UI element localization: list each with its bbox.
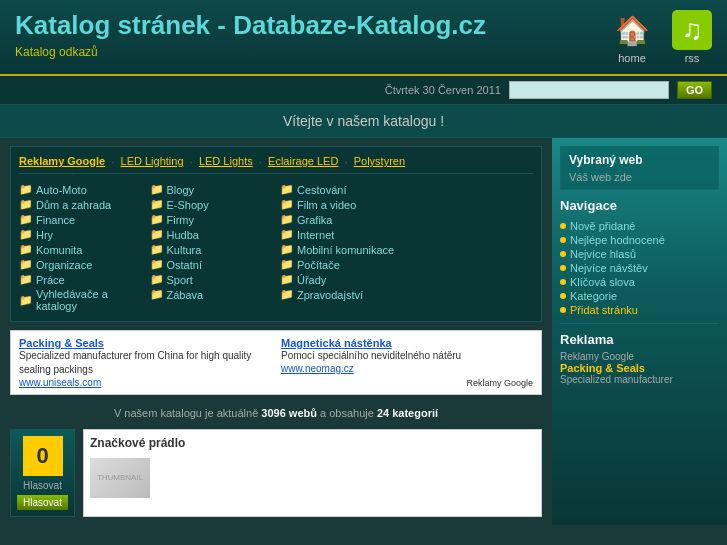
list-item[interactable]: 📁Ostatní	[150, 257, 273, 272]
list-item[interactable]: 📁Firmy	[150, 212, 273, 227]
reklama-section: Reklama Reklamy Google Packing & Seals S…	[560, 332, 719, 385]
nav-item-pridat[interactable]: Přidat stránku	[560, 303, 719, 317]
nav-item-klic[interactable]: Klíčová slova	[560, 275, 719, 289]
folder-icon: 📁	[150, 183, 164, 196]
ad-left-title[interactable]: Packing & Seals	[19, 337, 271, 349]
folder-icon: 📁	[280, 228, 294, 241]
reklama-google: Reklamy Google	[560, 351, 719, 362]
welcome-bar: Vítejte v našem katalogu !	[0, 105, 727, 138]
folder-icon: 📁	[280, 183, 294, 196]
header: Katalog stránek - Databaze-Katalog.cz Ka…	[0, 0, 727, 76]
reklama-ad-title[interactable]: Packing & Seals	[560, 362, 719, 374]
site-subtitle: Katalog odkazů	[15, 45, 486, 59]
list-item[interactable]: 📁Dům a zahrada	[19, 197, 142, 212]
stats-bar: V našem katalogu je aktuálně 3096 webů a…	[10, 403, 542, 423]
cat-col-3: 📁Cestování 📁Film a video 📁Grafika 📁Inter…	[280, 182, 403, 313]
welcome-text: Vítejte v našem katalogu !	[283, 113, 444, 129]
ad-left-link[interactable]: www.uniseals.com	[19, 377, 271, 388]
nav-item-nove[interactable]: Nově přidané	[560, 219, 719, 233]
vote-box: 0 Hlasovat Hlasovat	[10, 429, 75, 517]
folder-icon: 📁	[280, 198, 294, 211]
list-item[interactable]: 📁Auto-Moto	[19, 182, 142, 197]
cat-header-led-lighting[interactable]: LED Lighting	[121, 155, 184, 169]
ad-right-link[interactable]: www.neomag.cz	[281, 363, 533, 374]
nav-kategorie-label: Kategorie	[570, 290, 617, 302]
list-item[interactable]: 📁Zpravodajství	[280, 287, 403, 302]
list-item[interactable]: 📁Cestování	[280, 182, 403, 197]
rss-icon: ♫	[672, 10, 712, 50]
nav-nove-label: Nově přidané	[570, 220, 635, 232]
list-item[interactable]: 📁Komunita	[19, 242, 142, 257]
categories-section: Reklamy Google · LED Lighting · LED Ligh…	[10, 146, 542, 322]
cat-header-reklamy[interactable]: Reklamy Google	[19, 155, 105, 169]
list-item[interactable]: 📁Finance	[19, 212, 142, 227]
home-button[interactable]: 🏠 home	[612, 10, 652, 64]
folder-icon: 📁	[150, 288, 164, 301]
folder-icon: 📁	[19, 183, 33, 196]
folder-icon: 📁	[19, 198, 33, 211]
datebar: Čtvrtek 30 Červen 2011 GO	[0, 76, 727, 105]
selected-web-title: Vybraný web	[569, 153, 710, 167]
list-item[interactable]: 📁Hudba	[150, 227, 273, 242]
list-item[interactable]: 📁Práce	[19, 272, 142, 287]
home-label: home	[618, 52, 646, 64]
list-item[interactable]: 📁Počítače	[280, 257, 403, 272]
rss-label: rss	[685, 52, 700, 64]
nav-item-navstev[interactable]: Nejvíce návštěv	[560, 261, 719, 275]
nav-item-nejlepe[interactable]: Nejlépe hodnocené	[560, 233, 719, 247]
folder-icon: 📁	[150, 213, 164, 226]
cat-header-polystyren[interactable]: Polystyren	[354, 155, 405, 169]
nav-bullet	[560, 265, 566, 271]
nav-item-kategorie[interactable]: Kategorie	[560, 289, 719, 303]
folder-icon: 📁	[280, 258, 294, 271]
list-item[interactable]: 📁Sport	[150, 272, 273, 287]
reklama-ad-text: Specialized manufacturer	[560, 374, 719, 385]
nav-hlasu-label: Nejvíce hlasů	[570, 248, 636, 260]
site-title: Katalog stránek - Databaze-Katalog.cz	[15, 10, 486, 41]
list-item[interactable]: 📁Kultura	[150, 242, 273, 257]
list-item[interactable]: 📁Vyhledávače a katalogy	[19, 287, 142, 313]
list-item[interactable]: 📁Úřady	[280, 272, 403, 287]
header-left: Katalog stránek - Databaze-Katalog.cz Ka…	[15, 10, 486, 59]
bottom-section: 0 Hlasovat Hlasovat Značkové prádlo THUM…	[10, 429, 542, 517]
list-item[interactable]: 📁Mobilní komunikace	[280, 242, 403, 257]
ad-right: Magnetická nástěnka Pomocí speciálního n…	[281, 337, 533, 388]
selected-web-placeholder: Váš web zde	[569, 171, 710, 183]
ad-left: Packing & Seals Specialized manufacturer…	[19, 337, 271, 388]
category-columns: 📁Auto-Moto 📁Dům a zahrada 📁Finance 📁Hry …	[19, 182, 533, 313]
rss-button[interactable]: ♫ rss	[672, 10, 712, 64]
list-item[interactable]: 📁Blogy	[150, 182, 273, 197]
folder-icon: 📁	[280, 213, 294, 226]
ad-left-text: Specialized manufacturer from China for …	[19, 349, 271, 377]
nav-title: Navigace	[560, 198, 719, 213]
nav-item-hlasu[interactable]: Nejvíce hlasů	[560, 247, 719, 261]
list-item[interactable]: 📁Organizace	[19, 257, 142, 272]
folder-icon: 📁	[280, 243, 294, 256]
list-item[interactable]: 📁Zábava	[150, 287, 273, 302]
cat-header-eclairage[interactable]: Eclairage LED	[268, 155, 338, 169]
list-item[interactable]: 📁Film a video	[280, 197, 403, 212]
ad-right-title[interactable]: Magnetická nástěnka	[281, 337, 533, 349]
go-button[interactable]: GO	[677, 81, 712, 99]
cat-header-led-lights[interactable]: LED Lights	[199, 155, 253, 169]
main-layout: Reklamy Google · LED Lighting · LED Ligh…	[0, 138, 727, 525]
list-item[interactable]: 📁Internet	[280, 227, 403, 242]
folder-icon: 📁	[150, 243, 164, 256]
vote-button[interactable]: Hlasovat	[17, 495, 68, 510]
folder-icon: 📁	[150, 228, 164, 241]
cat-col-2: 📁Blogy 📁E-Shopy 📁Firmy 📁Hudba 📁Kultura 📁…	[150, 182, 273, 313]
nav-pridat-label: Přidat stránku	[570, 304, 638, 316]
stats-webs: 3096 webů	[261, 407, 317, 419]
list-item[interactable]: 📁E-Shopy	[150, 197, 273, 212]
navigation-section: Navigace Nově přidané Nejlépe hodnocené …	[560, 198, 719, 317]
nav-bullet	[560, 307, 566, 313]
featured-title: Značkové prádlo	[90, 436, 535, 450]
folder-icon: 📁	[19, 258, 33, 271]
folder-icon: 📁	[19, 213, 33, 226]
stats-categories: 24 kategorií	[377, 407, 438, 419]
search-input[interactable]	[509, 81, 669, 99]
list-item[interactable]: 📁Grafika	[280, 212, 403, 227]
list-item[interactable]: 📁Hry	[19, 227, 142, 242]
vote-label: Hlasovat	[17, 480, 68, 491]
folder-icon: 📁	[19, 243, 33, 256]
